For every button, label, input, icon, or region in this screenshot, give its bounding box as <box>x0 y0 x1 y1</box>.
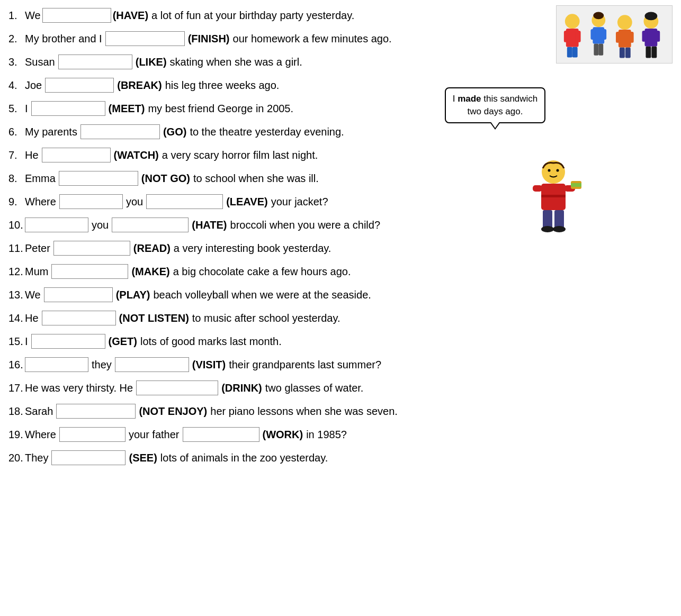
line-verb-20: (SEE) <box>129 450 157 466</box>
svg-rect-36 <box>554 210 564 229</box>
line-text-1-before: We <box>25 7 41 23</box>
line-after-7: a very scary horror film last night. <box>162 147 318 163</box>
svg-rect-11 <box>594 44 598 56</box>
line-after-13: beach volleyball when we were at the sea… <box>153 287 371 303</box>
line-8-input-1[interactable] <box>59 171 138 186</box>
line-2-input-1[interactable] <box>105 31 185 46</box>
line-20-input-1[interactable] <box>51 450 126 465</box>
line-verb-15: (GET) <box>109 333 137 349</box>
line-after-17: two glasses of water. <box>265 380 364 396</box>
line-verb-12: (MAKE) <box>131 264 169 279</box>
exercise-line-12: 12. Mum (MAKE) a big chocolate cake a fe… <box>8 261 535 282</box>
line-verb-2: (FINISH) <box>188 31 230 47</box>
svg-rect-12 <box>598 44 603 56</box>
line-number-16: 16. <box>8 357 23 373</box>
exercise-line-18: 18. Sarah (NOT ENJOY) her piano lessons … <box>8 401 535 421</box>
line-number-18: 18. <box>8 403 23 419</box>
line-number-5: 5. <box>8 101 23 116</box>
line-18-input-1[interactable] <box>56 404 136 419</box>
line-number-8: 8. <box>8 170 23 186</box>
line-10-input-2[interactable] <box>112 218 189 232</box>
line-text-18-before: Sarah <box>25 403 53 419</box>
line-text-15-before: I <box>25 333 28 349</box>
svg-rect-24 <box>655 31 660 42</box>
line-19-input-1[interactable] <box>59 427 126 442</box>
svg-rect-35 <box>543 210 552 229</box>
line-19-input-2[interactable] <box>183 427 259 442</box>
line-17-input-1[interactable] <box>136 381 218 395</box>
line-text-14-before: He <box>25 310 39 326</box>
line-number-4: 4. <box>8 77 23 93</box>
line-verb-11: (READ) <box>133 240 171 256</box>
exercise-line-11: 11. Peter (READ) a very interesting book… <box>8 238 535 258</box>
svg-rect-25 <box>646 47 651 58</box>
line-text-19-before: Where <box>25 427 56 442</box>
line-15-input-1[interactable] <box>31 334 105 349</box>
line-verb-1: (HAVE) <box>113 7 148 23</box>
line-text-2-before: My brother and I <box>25 31 102 47</box>
line-middle-9: you <box>126 194 143 210</box>
svg-rect-4 <box>576 31 581 42</box>
line-16-input-1[interactable] <box>25 357 88 372</box>
line-3-input-1[interactable] <box>58 55 132 69</box>
line-text-11-before: Peter <box>25 240 50 256</box>
svg-rect-26 <box>651 47 657 58</box>
line-13-input-1[interactable] <box>44 287 113 302</box>
line-10-input-1[interactable] <box>25 218 88 232</box>
linus-figure <box>524 159 583 238</box>
line-number-20: 20. <box>8 450 23 466</box>
line-6-input-1[interactable] <box>80 124 160 139</box>
line-number-14: 14. <box>8 310 23 326</box>
line-16-input-2[interactable] <box>115 357 189 372</box>
line-text-9-before: Where <box>25 194 56 210</box>
line-text-20-before: They <box>25 450 48 466</box>
svg-rect-34 <box>571 183 581 187</box>
line-after-18: her piano lessons when she was seven. <box>210 403 398 419</box>
exercise-line-13: 13. We (PLAY) beach volleyball when we w… <box>8 285 535 305</box>
exercise-line-19: 19. Where your father (WORK) in 1985? <box>8 424 535 445</box>
line-verb-9: (LEAVE) <box>226 194 268 210</box>
line-verb-7: (WATCH) <box>114 147 159 163</box>
line-number-7: 7. <box>8 147 23 163</box>
line-after-2: our homework a few minutes ago. <box>233 31 392 47</box>
line-text-7-before: He <box>25 147 39 163</box>
svg-rect-10 <box>602 29 606 40</box>
line-after-9: your jacket? <box>271 194 328 210</box>
line-text-17-before: He was very thirsty. He <box>25 380 133 396</box>
line-7-input-1[interactable] <box>42 148 111 162</box>
line-number-6: 6. <box>8 124 23 140</box>
line-verb-18: (NOT ENJOY) <box>139 403 207 419</box>
exercise-line-16: 16. they (VISIT) their grandparents last… <box>8 355 535 375</box>
line-after-15: lots of good marks last month. <box>140 333 282 349</box>
line-14-input-1[interactable] <box>42 311 116 325</box>
line-4-input-1[interactable] <box>45 78 114 93</box>
line-after-3: skating when she was a girl. <box>170 54 302 70</box>
line-after-12: a big chocolate cake a few hours ago. <box>173 264 351 279</box>
svg-rect-6 <box>572 47 578 58</box>
line-9-input-1[interactable] <box>59 194 123 209</box>
line-11-input-1[interactable] <box>53 241 130 256</box>
line-verb-3: (LIKE) <box>136 54 167 70</box>
line-1-input-1[interactable] <box>42 8 111 23</box>
line-text-6-before: My parents <box>25 124 77 140</box>
line-verb-10: (HATE) <box>192 217 227 233</box>
line-number-2: 2. <box>8 31 23 47</box>
speech-bubble: I made this sandwich two days ago. <box>445 87 545 123</box>
line-number-19: 19. <box>8 427 23 442</box>
svg-rect-9 <box>590 29 595 40</box>
line-after-16: their grandparents last summer? <box>229 357 381 373</box>
line-middle-19: your father <box>129 427 180 442</box>
svg-rect-19 <box>625 48 631 58</box>
exercise-line-6: 6. My parents (GO) to the theatre yester… <box>8 122 535 142</box>
line-12-input-1[interactable] <box>51 264 128 279</box>
exercise-line-3: 3. Susan (LIKE) skating when she was a g… <box>8 52 535 72</box>
line-number-3: 3. <box>8 54 23 70</box>
line-9-input-2[interactable] <box>146 194 223 209</box>
line-5-input-1[interactable] <box>31 101 105 116</box>
exercise-line-7: 7. He (WATCH) a very scary horror film l… <box>8 145 535 165</box>
line-verb-6: (GO) <box>163 124 186 140</box>
line-number-9: 9. <box>8 194 23 210</box>
line-text-3-before: Susan <box>25 54 55 70</box>
line-text-4-before: Joe <box>25 77 42 93</box>
line-after-10: broccoli when you were a child? <box>230 217 381 233</box>
